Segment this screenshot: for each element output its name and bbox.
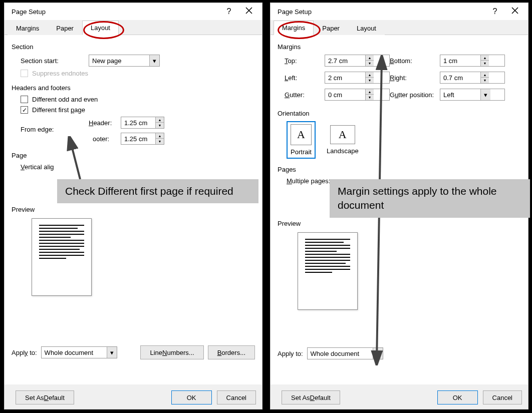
different-odd-even-checkbox[interactable] xyxy=(21,96,28,103)
annotation-right: Margin settings apply to the whole docum… xyxy=(330,179,530,218)
headers-footers-label: Headers and footers xyxy=(12,84,255,92)
different-first-page-label: Different first page xyxy=(32,106,85,114)
multiple-pages-label: Multiple pages: xyxy=(287,177,330,185)
tab-bar: Margins Paper Layout xyxy=(271,20,528,35)
cancel-button[interactable]: Cancel xyxy=(217,390,256,404)
preview-thumbnail xyxy=(298,232,358,310)
preview-label: Preview xyxy=(278,220,521,227)
tab-margins[interactable]: Margins xyxy=(274,21,314,35)
page-landscape-icon: A xyxy=(330,125,355,144)
dialog-title: Page Setup xyxy=(12,8,219,16)
section-start-combo[interactable]: ▾ xyxy=(89,55,160,67)
titlebar: Page Setup ? xyxy=(271,3,528,20)
margins-label: Margins xyxy=(278,43,521,51)
apply-to-label: Apply to: xyxy=(278,350,303,357)
close-icon xyxy=(245,7,252,14)
chevron-down-icon[interactable]: ▾ xyxy=(107,347,117,358)
left-spinner[interactable]: ▲▼ xyxy=(325,72,390,84)
close-icon xyxy=(511,7,518,14)
set-default-button[interactable]: Set As Default xyxy=(282,390,340,404)
help-button[interactable]: ? xyxy=(485,7,505,16)
footer-spinner[interactable]: ▲▼ xyxy=(121,133,164,145)
set-default-button[interactable]: Set As Default xyxy=(16,390,74,404)
section-label: Section xyxy=(12,43,255,51)
chevron-down-icon[interactable]: ▾ xyxy=(480,89,490,100)
bottom-label: Bottom: xyxy=(390,57,440,65)
spin-down-icon[interactable]: ▼ xyxy=(156,139,164,144)
suppress-endnotes-label: Suppress endnotes xyxy=(32,70,88,77)
section-start-value[interactable] xyxy=(89,55,149,66)
apply-to-combo[interactable]: ▾ xyxy=(41,346,117,358)
top-label: Top: xyxy=(285,57,325,65)
tab-paper[interactable]: Paper xyxy=(314,21,348,35)
header-label: Header: xyxy=(89,119,118,127)
tab-layout[interactable]: Layout xyxy=(82,21,119,35)
preview-label: Preview xyxy=(12,206,255,213)
right-spinner[interactable]: ▲▼ xyxy=(440,72,505,84)
top-spinner[interactable]: ▲▼ xyxy=(325,55,390,67)
gutter-position-combo[interactable]: ▾ xyxy=(440,89,505,101)
footer-label: Footer: xyxy=(89,135,118,143)
dialog-footer: Set As Default OK Cancel xyxy=(271,386,528,409)
annotation-left: Check Different first page if required xyxy=(57,179,258,203)
page-setup-dialog-layout: Page Setup ? Margins Paper Layout Sectio… xyxy=(4,3,262,409)
bottom-spinner[interactable]: ▲▼ xyxy=(440,55,505,67)
apply-to-combo[interactable]: ▾ xyxy=(307,347,383,359)
header-spinner[interactable]: ▲▼ xyxy=(121,117,164,129)
ok-button[interactable]: OK xyxy=(437,390,478,404)
spin-up-icon[interactable]: ▲ xyxy=(156,117,164,123)
apply-to-label: Apply to: xyxy=(12,349,37,356)
help-button[interactable]: ? xyxy=(219,7,239,16)
orientation-landscape[interactable]: A Landscape xyxy=(323,122,363,158)
dialog-title: Page Setup xyxy=(278,8,485,16)
orientation-portrait[interactable]: A Portrait xyxy=(287,121,316,159)
cancel-button[interactable]: Cancel xyxy=(483,390,522,404)
tab-margins[interactable]: Margins xyxy=(8,21,48,35)
close-button[interactable] xyxy=(505,7,525,16)
preview-thumbnail xyxy=(32,218,92,296)
tab-layout[interactable]: Layout xyxy=(348,21,385,35)
dialog-content: Section Section start: ▾ Suppress endnot… xyxy=(5,35,262,384)
right-label: Right: xyxy=(390,74,440,82)
chevron-down-icon[interactable]: ▾ xyxy=(149,55,159,66)
page-group-label: Page xyxy=(12,152,255,159)
gutter-label: Gutter: xyxy=(285,91,325,99)
tab-paper[interactable]: Paper xyxy=(48,21,82,35)
line-numbers-button[interactable]: Line Numbers... xyxy=(140,345,203,359)
chevron-down-icon[interactable]: ▾ xyxy=(373,348,383,359)
dialog-footer: Set As Default OK Cancel xyxy=(5,386,262,409)
vertical-align-label: Vertical alig xyxy=(21,163,54,171)
titlebar: Page Setup ? xyxy=(5,3,262,20)
spin-up-icon[interactable]: ▲ xyxy=(156,133,164,139)
borders-button[interactable]: Borders... xyxy=(208,345,255,359)
from-edge-label: From edge: xyxy=(21,126,86,133)
close-button[interactable] xyxy=(239,7,259,16)
tab-bar: Margins Paper Layout xyxy=(5,20,262,35)
orientation-label: Orientation xyxy=(278,110,521,117)
different-first-page-checkbox[interactable] xyxy=(21,106,28,114)
spin-down-icon[interactable]: ▼ xyxy=(156,123,164,128)
suppress-endnotes-checkbox xyxy=(21,70,28,77)
pages-label: Pages xyxy=(278,166,521,173)
gutter-spinner[interactable]: ▲▼ xyxy=(325,89,390,101)
different-odd-even-label: Different odd and even xyxy=(32,96,98,103)
left-label: Left: xyxy=(285,74,325,82)
gutter-position-label: Gutter position: xyxy=(390,91,440,99)
section-start-label: Section start: xyxy=(21,57,86,65)
ok-button[interactable]: OK xyxy=(171,390,212,404)
page-portrait-icon: A xyxy=(291,124,312,145)
